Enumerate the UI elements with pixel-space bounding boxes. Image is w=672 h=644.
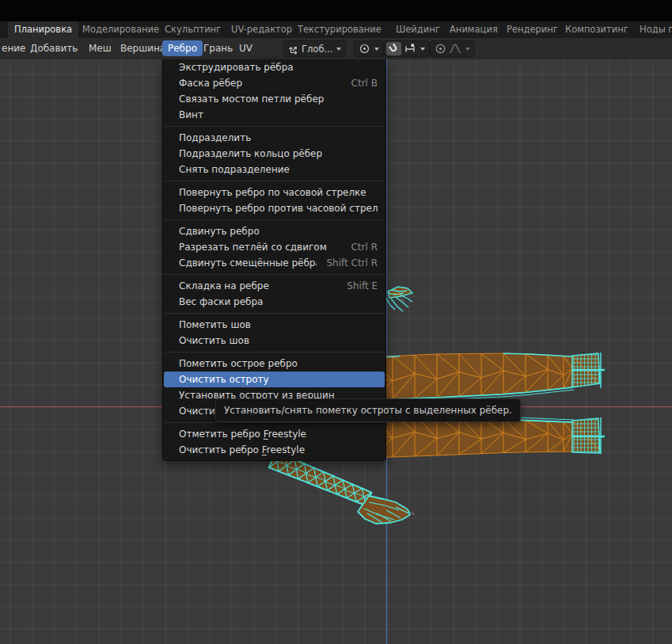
menu-item-label: Винт [179,109,378,120]
menu-separator [164,177,385,185]
menu-item-label: Складка на ребре [179,280,337,292]
pivot-point-dropdown[interactable] [354,40,384,57]
menu-item[interactable]: Сдвинуть ребро [164,223,385,239]
menu-item[interactable]: Винт [164,107,385,123]
menu-item-label: Очистить шов [179,335,378,346]
menu-item-label: Очистить остроту [179,374,378,385]
workspace-tab[interactable]: Текстурирование [291,21,388,38]
menubar-item[interactable]: UV [233,40,258,56]
menu-item[interactable]: Повернуть ребро по часовой стрелке [164,185,385,200]
mesh-small-hand[interactable] [386,287,412,311]
chevron-down-icon[interactable] [465,48,470,51]
workspace-tab[interactable]: Моделирование [76,21,165,38]
menu-item-shortcut: Ctrl B [351,78,378,89]
menu-separator [164,271,385,278]
menu-item[interactable]: Подразделить кольцо рёбер [164,146,385,162]
window-topbar [0,0,672,21]
menu-item-shortcut: Shift Ctrl R [326,257,378,269]
menu-separator [164,349,385,356]
menu-item[interactable]: Сдвинуть смещённые рёбраShift Ctrl R [164,255,385,271]
menu-item[interactable]: Очистить ребро Freestyle [164,442,385,458]
menu-item-label: Подразделить кольцо рёбер [179,148,378,159]
menu-item-label: Очистить ребро Freestyle [179,444,378,455]
falloff-curve-icon[interactable] [449,43,461,55]
tooltip: Установить/снять пометку остроты с выдел… [215,398,521,422]
orientation-axes-icon [288,44,299,55]
snap-with-icon[interactable] [404,43,416,55]
menu-item-label: Сдвинуть смещённые рёбра [179,257,317,269]
menu-item[interactable]: Очистить остроту [164,372,385,387]
transform-orientation-dropdown[interactable]: Глоб... [283,40,346,57]
workspace-tab[interactable]: Композитинг [559,21,635,38]
orientation-value: Глоб... [302,44,332,55]
menu-item[interactable]: Разрезать петлёй со сдвигомCtrl R [164,239,385,255]
snap-group [384,40,430,57]
menu-item-label: Сдвинуть ребро [179,226,378,237]
mesh-upper-sleeve[interactable] [370,352,605,400]
menu-separator [164,216,385,223]
tooltip-text: Установить/снять пометку остроты с выдел… [224,405,512,416]
mesh-selected-arm[interactable] [269,452,415,524]
workspace-tab[interactable]: Рендеринг [500,21,564,38]
menu-item[interactable]: Вес фаски ребра [164,294,385,310]
menu-item-shortcut: Shift E [347,280,378,292]
proportional-editing-icon[interactable] [435,43,446,55]
menu-separator [164,310,385,317]
menu-item-label: Снять подразделение [179,164,378,175]
chevron-down-icon [374,48,379,51]
proportional-editing-group [430,40,475,57]
menu-separator [164,123,385,130]
viewport-header: ениеДобавитьМешВершинаРеброГраньUV Глоб.… [0,38,672,59]
workspace-tab[interactable]: Шейдинг [389,21,446,38]
menu-item[interactable]: Очистить шов [164,333,385,349]
menu-item-shortcut: Ctrl R [351,242,378,253]
menu-item[interactable]: Пометить острое ребро [164,356,385,372]
magnet-icon [388,43,400,55]
menu-item[interactable]: Подразделить [164,130,385,146]
menu-item[interactable]: Складка на ребреShift E [164,278,385,294]
menu-item-label: Пометить острое ребро [179,358,378,369]
menubar-item[interactable]: Грань [198,40,238,56]
menu-item-label: Повернуть ребро по часовой стрелке [179,187,378,198]
menu-item-label: Подразделить [179,132,378,143]
menu-item[interactable]: Отметить ребро Freestyle [164,426,385,442]
workspace-tab[interactable]: UV-редактор [225,21,298,38]
menu-item-label: Экструдировать рёбра [179,62,378,73]
workspace-tab[interactable]: Планировка [8,21,78,38]
workspace-tabs: ПланировкаМоделированиеСкульптингUV-реда… [0,21,672,38]
workspace-tab[interactable]: Анимация [443,21,504,38]
blender-window: ПланировкаМоделированиеСкульптингUV-реда… [0,0,672,644]
menu-item[interactable]: Экструдировать рёбра [164,59,385,75]
menu-item[interactable]: Связать мостом петли рёбер [164,91,385,107]
menu-item[interactable]: Пометить шов [164,317,385,333]
menu-item[interactable]: Снять подразделение [164,162,385,177]
menu-item-label: Отметить ребро Freestyle [179,429,378,440]
menu-item-label: Разрезать петлёй со сдвигом [179,242,341,253]
menubar-item[interactable]: Меш [83,40,117,56]
menu-item-label: Пометить шов [179,319,378,330]
menu-item-label: Связать мостом петли рёбер [179,93,378,105]
menu-item[interactable]: Фаска рёберCtrl B [164,75,385,91]
menu-item-label: Фаска рёбер [179,78,342,89]
workspace-tab[interactable]: Скульптинг [158,21,227,38]
menu-item-label: Повернуть ребро против часовой стрелки [179,203,378,214]
menubar-item[interactable]: Добавить [25,40,83,56]
workspace-tab[interactable]: Ноды ге [633,21,672,38]
chevron-down-icon [336,48,341,51]
menubar-item[interactable]: Ребро [162,40,203,56]
menu-item-label: Вес фаски ребра [179,296,378,307]
chevron-down-icon[interactable] [420,48,425,51]
snap-toggle-button[interactable] [386,42,401,55]
menu-item[interactable]: Повернуть ребро против часовой стрелки [164,200,385,216]
pivot-point-icon [359,43,370,55]
